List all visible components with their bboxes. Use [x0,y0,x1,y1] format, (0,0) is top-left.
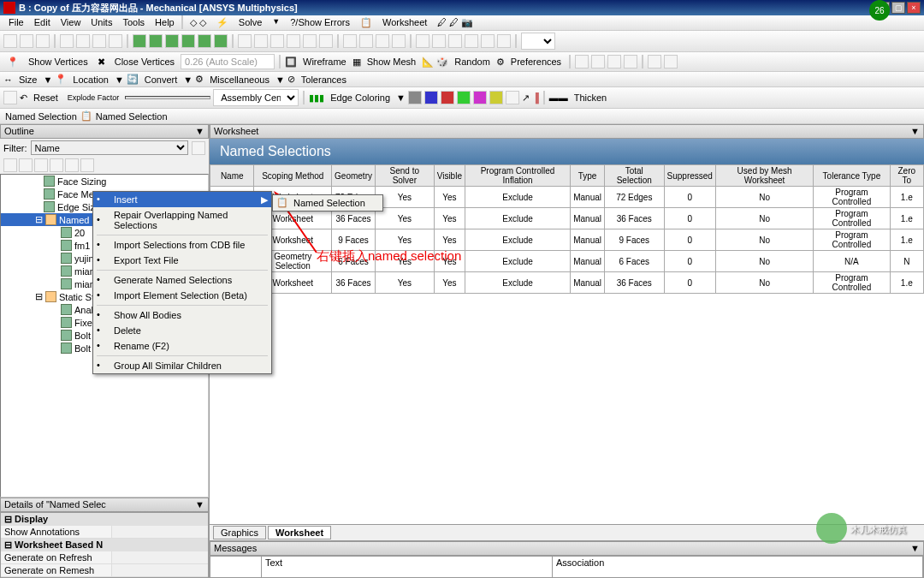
tb-btn[interactable] [149,34,163,48]
tb-btn[interactable] [133,34,146,48]
tb-btn[interactable] [34,158,48,172]
ctx-item[interactable]: •Export Text File [93,253,271,268]
tb-btn[interactable] [441,91,454,104]
ctx-item[interactable]: •Show All Bodies [93,307,271,323]
tb-btn[interactable] [489,91,503,104]
tree-item[interactable]: Face Sizing [1,175,208,188]
convert-btn[interactable]: Convert [141,74,181,85]
explode-slider[interactable] [125,96,210,99]
menu-file[interactable]: File [3,15,29,30]
show-mesh[interactable]: Show Mesh [364,57,419,67]
menu-solve[interactable]: Solve [234,15,268,30]
ctx-item[interactable]: •Rename (F2) [93,338,271,354]
tb-btn[interactable] [392,34,406,48]
submenu-named-selection[interactable]: 📋Named Selection [273,195,382,211]
filter-clear[interactable] [192,141,205,155]
ctx-item[interactable]: •Delete [93,323,271,338]
tb-btn[interactable] [624,55,637,69]
thicken-btn[interactable]: Thicken [571,92,611,103]
ns-label-1: Named Selection [5,111,77,122]
menu-extra[interactable]: ◇ ◇ [185,15,211,30]
ctx-item[interactable]: •Group All Similar Children [93,358,271,373]
menu-edit[interactable]: Edit [29,15,56,30]
show-vertices[interactable]: Show Vertices [25,57,92,67]
tb-btn[interactable] [408,91,422,104]
wireframe[interactable]: Wireframe [299,57,350,67]
tb-btn[interactable] [3,158,17,172]
tb-btn[interactable] [416,34,429,48]
tb-btn[interactable] [198,34,211,48]
close-button[interactable]: × [907,2,921,14]
tb-btn[interactable] [591,55,605,69]
menu-view[interactable]: View [56,15,86,30]
filter-label: Filter: [3,143,27,153]
tb-btn[interactable] [376,34,389,48]
tb-btn[interactable] [19,158,33,172]
tab-worksheet[interactable]: Worksheet [268,526,331,539]
tb-btn[interactable] [165,34,179,48]
tb-btn[interactable] [181,34,195,48]
tb-btn[interactable] [432,34,446,48]
close-vertices[interactable]: Close Vertices [111,57,178,67]
tb-btn[interactable] [607,55,621,69]
menu-tool-icons[interactable]: 🖊 🖊 📷 [432,15,478,30]
tb-btn[interactable] [20,34,33,48]
tb-btn[interactable] [3,91,17,104]
menu-show-errors[interactable]: ?/Show Errors [285,15,355,30]
tb-btn[interactable] [481,34,495,48]
assembly-select[interactable]: Assembly Center [213,89,299,106]
menu-help[interactable]: Help [150,15,180,30]
tb-btn[interactable] [92,34,106,48]
tb-btn[interactable] [448,34,462,48]
ctx-item[interactable]: •Insert▶ [93,192,271,207]
tb-btn[interactable] [465,34,478,48]
edge-coloring[interactable]: Edge Coloring [327,92,394,103]
tb-btn[interactable] [287,34,300,48]
tol-btn[interactable]: Tolerances [298,74,350,85]
ctx-item[interactable]: •Repair Overlapping Named Selections [93,207,271,233]
tb-btn[interactable] [359,34,373,48]
context-menu[interactable]: •Insert▶•Repair Overlapping Named Select… [92,191,272,374]
tb-btn[interactable] [80,158,94,172]
tb-btn[interactable] [109,34,122,48]
tb-btn[interactable] [65,158,79,172]
tb-btn[interactable] [36,34,50,48]
tb-btn[interactable] [343,34,357,48]
tb-btn[interactable] [303,34,317,48]
tb-btn[interactable] [664,55,678,69]
tb-btn[interactable] [3,34,17,48]
tb-btn[interactable] [270,34,284,48]
tb-btn[interactable] [214,34,228,48]
tb-btn[interactable] [473,91,487,104]
tb-btn[interactable] [497,34,511,48]
preferences[interactable]: Preferences [507,57,565,67]
filter-mode[interactable]: Name [31,140,189,155]
tb-btn[interactable] [76,34,90,48]
ctx-item[interactable]: •Generate Named Selections [93,272,271,288]
ctx-item[interactable]: •Import Element Selection (Beta) [93,288,271,303]
tb-btn[interactable] [648,55,661,69]
maximize-button[interactable]: ▢ [891,2,905,14]
menu-worksheet[interactable]: Worksheet [377,15,432,30]
tb-btn[interactable] [319,34,333,48]
auto-scale[interactable]: 0.26 (Auto Scale) [181,54,275,69]
menu-tools[interactable]: Tools [117,15,150,30]
tb-select[interactable] [521,33,555,50]
tb-btn[interactable] [424,91,438,104]
menu-units[interactable]: Units [86,15,117,30]
tab-graphics[interactable]: Graphics [213,526,266,539]
tb-btn[interactable] [457,91,471,104]
random[interactable]: Random [451,57,494,67]
location-btn[interactable]: Location [69,74,112,85]
reset-btn[interactable]: Reset [30,92,62,103]
tb-btn[interactable] [238,34,252,48]
tb-btn[interactable] [254,34,268,48]
tb-btn[interactable] [506,91,519,104]
ctx-item[interactable]: •Import Selections from CDB file [93,237,271,253]
size-btn[interactable]: Size [15,74,40,85]
tb-btn[interactable] [575,55,589,69]
misc-btn[interactable]: Miscellaneous [206,74,273,85]
tb-btn[interactable] [60,34,74,48]
submenu-insert[interactable]: 📋Named Selection [272,194,383,212]
tb-btn[interactable] [50,158,63,172]
